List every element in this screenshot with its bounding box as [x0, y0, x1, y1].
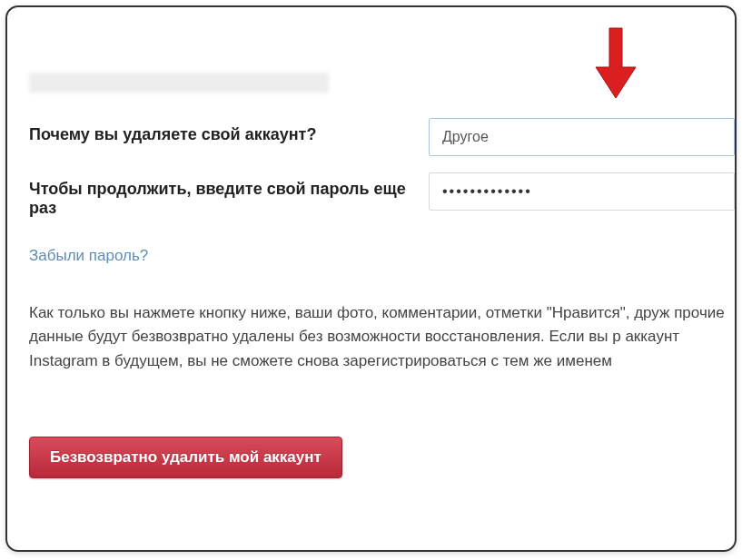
- reason-row: Почему вы удаляете свой аккаунт?: [29, 118, 735, 156]
- password-field[interactable]: [429, 172, 735, 211]
- forgot-password-link[interactable]: Забыли пароль?: [29, 247, 148, 265]
- arrow-down-icon: [589, 24, 643, 105]
- password-label: Чтобы продолжить, введите свой пароль ещ…: [29, 172, 429, 218]
- dialog-frame: Почему вы удаляете свой аккаунт? Чтобы п…: [5, 5, 737, 552]
- reason-label: Почему вы удаляете свой аккаунт?: [29, 118, 429, 144]
- content-area: Почему вы удаляете свой аккаунт? Чтобы п…: [7, 7, 735, 500]
- reason-select[interactable]: [429, 118, 735, 156]
- delete-account-button[interactable]: Безвозвратно удалить мой аккаунт: [29, 437, 342, 478]
- warning-text: Как только вы нажмете кнопку ниже, ваши …: [29, 301, 735, 373]
- redacted-placeholder: [29, 73, 329, 93]
- password-row: Чтобы продолжить, введите свой пароль ещ…: [29, 172, 735, 218]
